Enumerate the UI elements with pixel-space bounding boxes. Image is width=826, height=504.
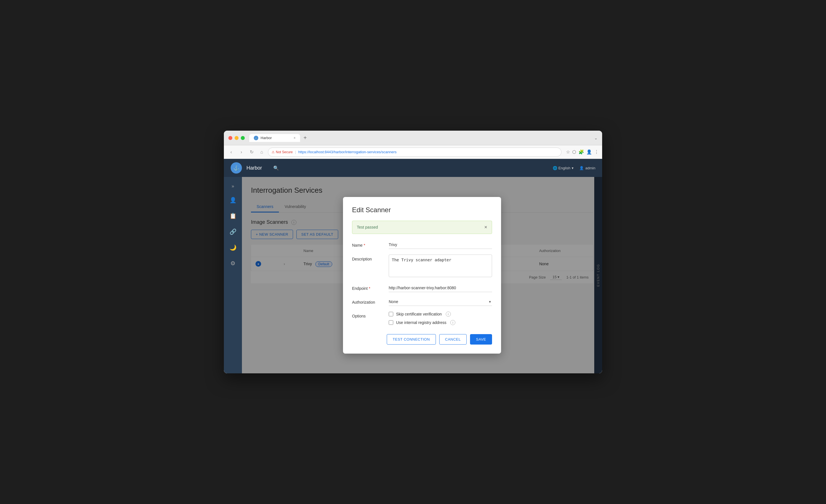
window-chevron-icon[interactable]: ⌄ bbox=[594, 136, 598, 140]
username-label: admin bbox=[586, 166, 595, 170]
minimize-button[interactable] bbox=[235, 136, 239, 140]
authorization-select-wrapper: None Basic Bearer Token ▾ bbox=[389, 298, 492, 306]
back-button[interactable]: ‹ bbox=[227, 148, 235, 156]
title-bar: ⚓ Harbor × + ⌄ bbox=[224, 131, 602, 145]
tab-close-button[interactable]: × bbox=[294, 136, 296, 140]
authorization-field-group: Authorization None Basic Bearer Token ▾ bbox=[352, 298, 492, 306]
profile-icon[interactable]: 👤 bbox=[586, 149, 592, 154]
language-icon: 🌐 bbox=[553, 166, 557, 170]
language-label: English bbox=[558, 166, 571, 170]
sidebar-item-logs[interactable]: 📋 bbox=[226, 209, 240, 223]
sidebar: » 👤 📋 🔗 🌙 ⚙ bbox=[224, 177, 242, 373]
search-icon[interactable]: 🔍 bbox=[273, 165, 279, 171]
address-url: https://localhost:8443/harbor/interrogat… bbox=[298, 150, 396, 154]
address-divider: | bbox=[295, 150, 296, 154]
main-content: Interrogation Services Scanners Vulnerab… bbox=[242, 177, 602, 373]
skip-cert-checkbox[interactable] bbox=[389, 312, 393, 316]
header-right: 🌐 English ▾ 👤 admin bbox=[553, 166, 595, 170]
alert-close-button[interactable]: × bbox=[484, 224, 487, 230]
authorization-select-container: None Basic Bearer Token ▾ bbox=[389, 298, 492, 306]
use-internal-row: Use internal registry address i bbox=[389, 320, 492, 325]
sidebar-item-gc[interactable]: 🌙 bbox=[226, 241, 240, 254]
endpoint-input-wrapper bbox=[389, 284, 492, 292]
title-bar-controls: ⌄ bbox=[594, 136, 598, 140]
description-input[interactable]: The Trivy scanner adapter bbox=[389, 255, 492, 277]
reload-button[interactable]: ↻ bbox=[248, 148, 255, 156]
security-indicator: ⚠ Not Secure bbox=[272, 150, 293, 154]
modal-overlay[interactable]: Edit Scanner Test passed × Name bbox=[242, 177, 602, 373]
use-internal-label: Use internal registry address bbox=[396, 320, 446, 325]
alert-message: Test passed bbox=[357, 225, 378, 230]
save-button[interactable]: SAVE bbox=[470, 334, 492, 344]
test-connection-button[interactable]: TEST CONNECTION bbox=[387, 334, 436, 344]
menu-icon[interactable]: ⋮ bbox=[594, 149, 599, 154]
browser-tab[interactable]: ⚓ Harbor × bbox=[249, 134, 300, 142]
cast-icon[interactable]: ⬡ bbox=[572, 149, 576, 154]
extensions-icon[interactable]: 🧩 bbox=[578, 149, 584, 154]
language-chevron-icon: ▾ bbox=[572, 166, 574, 170]
bookmark-icon[interactable]: ☆ bbox=[566, 149, 570, 154]
app-container: ⚓ Harbor 🔍 🌐 English ▾ 👤 admin » 👤 bbox=[224, 159, 602, 373]
sidebar-item-users[interactable]: 👤 bbox=[226, 193, 240, 207]
use-internal-info-icon[interactable]: i bbox=[450, 320, 455, 325]
language-selector[interactable]: 🌐 English ▾ bbox=[553, 166, 574, 170]
endpoint-input[interactable] bbox=[389, 284, 492, 292]
options-wrapper: Skip certificate verification i Use inte… bbox=[389, 312, 492, 325]
new-tab-button[interactable]: + bbox=[301, 135, 309, 141]
authorization-label: Authorization bbox=[352, 298, 389, 305]
options-group: Skip certificate verification i Use inte… bbox=[389, 312, 492, 325]
home-button[interactable]: ⌂ bbox=[258, 148, 266, 156]
description-label: Description bbox=[352, 255, 389, 261]
description-input-wrapper: The Trivy scanner adapter bbox=[389, 255, 492, 278]
traffic-lights bbox=[228, 136, 245, 140]
tab-label: Harbor bbox=[260, 136, 272, 140]
endpoint-label: Endpoint bbox=[352, 284, 389, 291]
name-label: Name bbox=[352, 241, 389, 248]
app-header: ⚓ Harbor 🔍 🌐 English ▾ 👤 admin bbox=[224, 159, 602, 177]
skip-cert-info-icon[interactable]: i bbox=[446, 312, 451, 317]
name-input[interactable] bbox=[389, 241, 492, 249]
skip-cert-label: Skip certificate verification bbox=[396, 312, 442, 316]
main-layout: » 👤 📋 🔗 🌙 ⚙ EVENT LOG Interrogation Serv… bbox=[224, 177, 602, 373]
address-bar: ‹ › ↻ ⌂ ⚠ Not Secure | https://localhost… bbox=[224, 145, 602, 159]
cancel-button[interactable]: CANCEL bbox=[439, 334, 467, 344]
options-label: Options bbox=[352, 312, 389, 318]
user-icon: 👤 bbox=[579, 166, 584, 170]
endpoint-field-group: Endpoint bbox=[352, 284, 492, 292]
address-actions: ☆ ⬡ 🧩 👤 ⋮ bbox=[566, 149, 599, 154]
options-field-group: Options Skip certificate verification i bbox=[352, 312, 492, 325]
tab-favicon: ⚓ bbox=[254, 136, 258, 140]
authorization-select[interactable]: None Basic Bearer Token bbox=[389, 298, 492, 306]
close-button[interactable] bbox=[228, 136, 232, 140]
harbor-logo: ⚓ bbox=[231, 162, 242, 174]
sidebar-toggle-button[interactable]: » bbox=[230, 181, 237, 191]
modal-footer: TEST CONNECTION CANCEL SAVE bbox=[352, 334, 492, 344]
modal-title: Edit Scanner bbox=[352, 206, 492, 214]
name-input-wrapper bbox=[389, 241, 492, 249]
address-input[interactable]: ⚠ Not Secure | https://localhost:8443/ha… bbox=[268, 147, 562, 156]
skip-cert-row: Skip certificate verification i bbox=[389, 312, 492, 317]
tab-bar: ⚓ Harbor × + bbox=[249, 134, 594, 142]
app-title: Harbor bbox=[246, 165, 262, 171]
edit-scanner-modal: Edit Scanner Test passed × Name bbox=[343, 197, 501, 354]
description-field-group: Description The Trivy scanner adapter bbox=[352, 255, 492, 278]
sidebar-item-settings[interactable]: ⚙ bbox=[226, 256, 240, 270]
success-alert: Test passed × bbox=[352, 221, 492, 234]
maximize-button[interactable] bbox=[241, 136, 245, 140]
name-field-group: Name bbox=[352, 241, 492, 249]
forward-button[interactable]: › bbox=[237, 148, 245, 156]
sidebar-item-integrations[interactable]: 🔗 bbox=[226, 225, 240, 239]
warning-icon: ⚠ bbox=[272, 150, 275, 154]
use-internal-checkbox[interactable] bbox=[389, 320, 393, 325]
user-menu[interactable]: 👤 admin bbox=[579, 166, 595, 170]
